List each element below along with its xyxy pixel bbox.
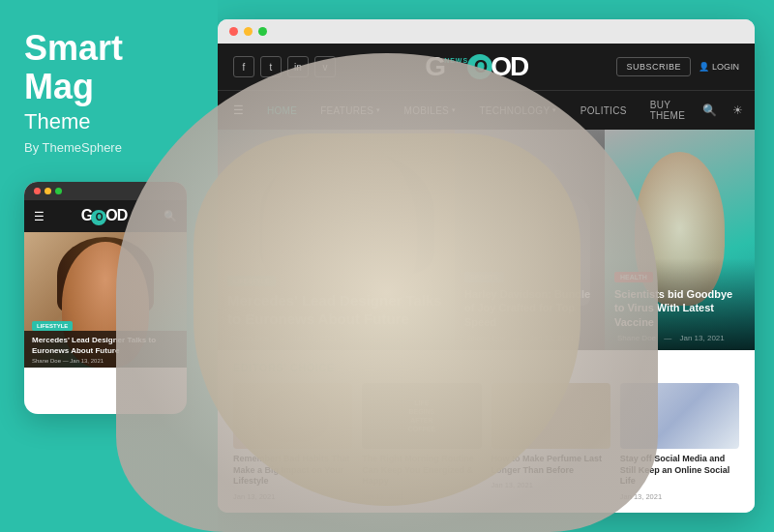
browser-mockup: f t in v G NEWS O OD SUBSCRIBE 👤 LOGIN ☰… — [218, 19, 755, 513]
mobile-logo: GOOD — [81, 207, 127, 225]
dot-yellow — [45, 188, 51, 194]
nav-item-buy-theme[interactable]: BUY THEME — [639, 91, 698, 130]
facebook-icon[interactable]: f — [233, 56, 254, 77]
hamburger-icon: ☰ — [34, 210, 45, 223]
nav-search-icon[interactable]: 🔍 — [697, 98, 723, 123]
dot-green — [55, 188, 62, 194]
nav-settings-icon[interactable]: ☀ — [727, 98, 749, 123]
nav-item-politics[interactable]: POLITICS — [569, 97, 639, 125]
dot-red — [34, 188, 41, 194]
subscribe-button[interactable]: SUBSCRIBE — [616, 57, 691, 76]
editors-section: EDITORS' CHOICE Remember! Bad Habits Tha… — [218, 350, 755, 513]
mobile-hero-badge: LIFESTYLE — [32, 321, 73, 331]
editor-thumb-4 — [620, 383, 739, 449]
brand-title: SmartMag — [24, 29, 194, 105]
browser-dot-red — [229, 27, 238, 36]
browser-dot-green — [258, 27, 267, 36]
editors-grid: Remember! Bad Habits That Make a Big Imp… — [233, 383, 739, 501]
header-right: SUBSCRIBE 👤 LOGIN — [616, 57, 739, 76]
editor-card-4-meta: Jan 13, 2021 — [620, 492, 739, 501]
user-icon: 👤 — [699, 62, 709, 72]
browser-dot-yellow — [244, 27, 253, 36]
editor-card-4[interactable]: Stay off Social Media and Still Keep an … — [620, 383, 739, 501]
brand-subtitle: Theme — [24, 109, 194, 134]
browser-chrome — [218, 19, 755, 44]
login-button[interactable]: 👤 LOGIN — [699, 62, 739, 72]
